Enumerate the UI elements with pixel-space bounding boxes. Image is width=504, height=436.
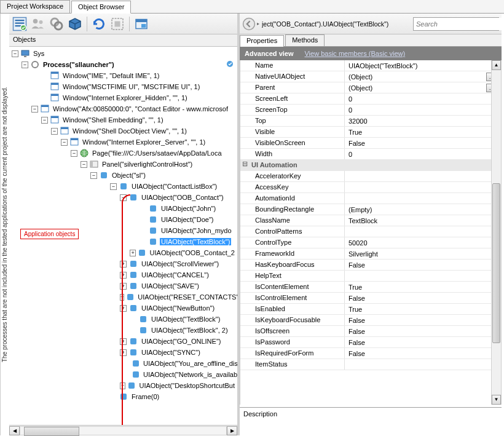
tree-node[interactable]: Window("IME", "Default IME", 1) <box>61 72 160 79</box>
property-row[interactable]: HasKeyboardFocusFalse <box>240 260 501 271</box>
tree-hscrollbar[interactable]: ◀ ▶ <box>9 425 237 435</box>
property-row[interactable]: Top32000 <box>240 116 501 127</box>
property-value[interactable]: 0 <box>345 149 501 159</box>
breadcrumb[interactable]: ject("OOB_Contact").UIAObject("TextBlock… <box>262 20 388 28</box>
property-value[interactable] <box>345 271 501 281</box>
store-button[interactable] <box>133 16 149 32</box>
property-row[interactable]: IsControlElementFalse <box>240 293 501 304</box>
expander[interactable]: + <box>120 283 127 290</box>
property-value[interactable] <box>345 193 501 204</box>
tab-project-workspace[interactable]: Project Workspace <box>0 0 70 13</box>
scroll-thumb[interactable] <box>492 183 500 343</box>
property-row[interactable]: IsEnabledTrue <box>240 304 501 315</box>
expander[interactable]: − <box>81 161 87 168</box>
property-value[interactable]: False <box>345 348 501 359</box>
property-value[interactable]: True <box>345 304 501 314</box>
property-row[interactable]: ScreenLeft0 <box>240 93 501 105</box>
scroll-left-icon[interactable]: ◀ <box>9 426 20 435</box>
tree-node[interactable]: UIAObject("ScrollViewer") <box>140 260 220 268</box>
property-row[interactable]: NameUIAObject("TextBlock") <box>240 60 501 71</box>
expander[interactable]: + <box>120 338 127 345</box>
tree-node[interactable]: Panel("silverlightControlHost") <box>101 161 194 168</box>
expander[interactable]: − <box>41 117 48 124</box>
property-row[interactable]: IsKeyboardFocusableFalse <box>240 315 501 326</box>
property-value[interactable]: True <box>345 282 501 292</box>
property-value[interactable]: False <box>345 326 501 336</box>
property-row[interactable]: ScreenTop0 <box>240 105 501 116</box>
tree-node[interactable]: UIAObject("CANCEL") <box>140 271 210 279</box>
property-row[interactable]: Parent(Object)… <box>240 82 501 93</box>
property-row[interactable]: IsRequiredForFormFalse <box>240 348 501 359</box>
refresh-button[interactable] <box>91 16 107 32</box>
users-button[interactable] <box>30 16 46 32</box>
property-value[interactable]: (Empty) <box>345 204 501 215</box>
property-value[interactable]: TextBlock <box>345 215 501 226</box>
property-value[interactable]: 0 <box>345 105 501 115</box>
property-value[interactable]: True <box>345 127 501 137</box>
tree-node[interactable]: Page("file:///C:/Users/sataev/AppData/Lo… <box>91 149 223 157</box>
tree-node[interactable]: UIAObject("John_mydo <box>160 227 233 234</box>
property-value[interactable] <box>345 182 501 192</box>
tree-node[interactable]: Frame(0) <box>130 393 160 400</box>
tree-node[interactable]: UIAObject("Doe") <box>160 216 215 223</box>
property-row[interactable]: IsOffscreenFalse <box>240 326 501 337</box>
property-value[interactable]: 32000 <box>345 116 501 126</box>
expander[interactable]: − <box>61 139 68 146</box>
expander[interactable]: − <box>12 50 18 57</box>
tab-object-browser[interactable]: Object Browser <box>71 1 131 14</box>
tree-node[interactable]: UIAObject("OOB_Contact_2 <box>149 249 236 256</box>
filter-button[interactable] <box>12 16 28 32</box>
property-value[interactable]: Silverlight <box>345 248 501 259</box>
property-row[interactable]: AccessKey <box>240 182 501 193</box>
expander[interactable]: − <box>110 183 117 190</box>
property-group-ui-automation[interactable]: ⊟UI Automation <box>240 160 501 171</box>
expander[interactable]: + <box>120 305 127 312</box>
expander[interactable]: − <box>51 128 58 135</box>
object-tree[interactable]: Application objects −Sys −Process("sllau… <box>9 47 237 425</box>
tree-node[interactable]: UIAObject("TextBlock") <box>150 315 221 323</box>
property-row[interactable]: ControlPatterns <box>240 226 501 237</box>
expander[interactable]: − <box>71 150 77 157</box>
search-input[interactable] <box>414 18 504 30</box>
property-value[interactable]: False <box>345 260 501 270</box>
tree-node[interactable]: UIAObject("Network_is_availab <box>142 371 237 378</box>
property-value[interactable] <box>345 171 501 181</box>
property-value[interactable]: False <box>345 337 501 347</box>
property-row[interactable]: HelpText <box>240 271 501 282</box>
expander[interactable]: − <box>90 172 97 179</box>
property-row[interactable]: VisibleTrue <box>240 127 501 138</box>
expander[interactable]: − <box>22 61 28 68</box>
tree-node[interactable]: UIAObject("SYNC") <box>140 349 202 356</box>
tree-node-sys[interactable]: Sys <box>32 50 45 57</box>
property-row[interactable]: NativeUIAObject(Object)… <box>240 71 501 82</box>
tree-node[interactable]: UIAObject("OOB_Contact") <box>140 194 225 201</box>
tree-node[interactable]: Window("MSCTFIME UI", "MSCTFIME UI", 1) <box>61 83 201 90</box>
scroll-right-icon[interactable]: ▶ <box>227 426 237 435</box>
tree-node[interactable]: UIAObject("John") <box>160 205 217 212</box>
package-button[interactable] <box>67 16 83 32</box>
property-vscrollbar[interactable]: ▲ ▼ <box>491 60 501 405</box>
tree-node[interactable]: UIAObject("SAVE") <box>140 282 200 290</box>
scroll-thumb[interactable] <box>24 427 79 436</box>
tab-methods[interactable]: Methods <box>285 34 325 46</box>
property-row[interactable]: IsPasswordFalse <box>240 337 501 348</box>
tree-node[interactable]: UIAObject("RESET_CONTACTS") <box>136 293 237 301</box>
tree-node-process[interactable]: Process("sllauncher") <box>42 61 116 68</box>
property-row[interactable]: VisibleOnScreenFalse <box>240 138 501 149</box>
tree-node[interactable]: UIAObject("GO_ONLINE") <box>140 338 222 345</box>
expander[interactable]: + <box>120 261 127 268</box>
property-row[interactable]: IsContentElementTrue <box>240 282 501 293</box>
property-value[interactable]: False <box>345 293 501 303</box>
property-row[interactable]: BoundingRectangle(Empty) <box>240 204 501 215</box>
property-value[interactable]: UIAObject("TextBlock") <box>345 60 501 71</box>
back-button[interactable] <box>242 17 256 31</box>
property-value[interactable]: False <box>345 138 501 148</box>
tree-node[interactable]: UIAObject("ContactListBox") <box>130 183 218 190</box>
scroll-up-icon[interactable]: ▲ <box>492 60 501 70</box>
tree-node[interactable]: UIAObject("TextBlock", 2) <box>150 327 229 334</box>
property-value[interactable]: False <box>345 315 501 325</box>
property-row[interactable]: AcceleratorKey <box>240 171 501 182</box>
tree-node[interactable]: UIAObject("DesktopShortcutBut <box>138 382 236 389</box>
tree-node[interactable]: Window("Shell Embedding", "", 1) <box>61 116 165 124</box>
expander[interactable]: ⊟ <box>240 160 249 170</box>
